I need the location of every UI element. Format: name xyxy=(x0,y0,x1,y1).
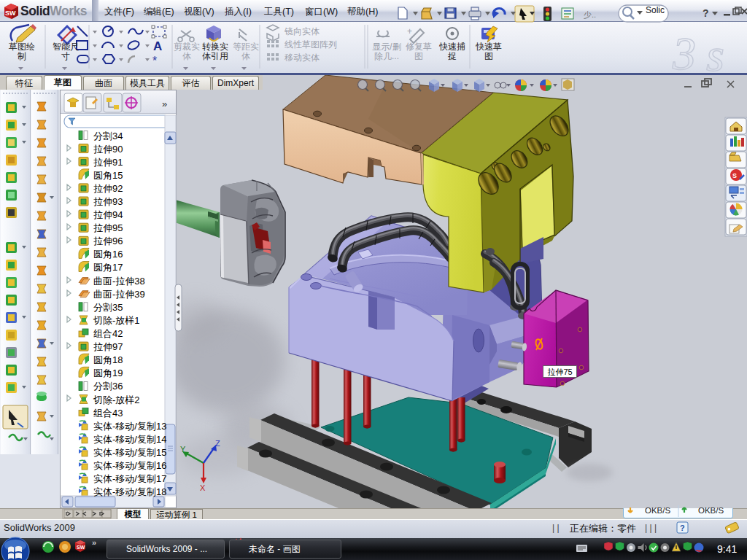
svg-text:»: » xyxy=(92,538,96,547)
svg-text:s: s xyxy=(706,29,724,81)
svg-text:?: ? xyxy=(703,7,709,19)
svg-text:»: » xyxy=(162,98,167,109)
svg-text:+: + xyxy=(407,26,412,36)
svg-text:SW: SW xyxy=(112,545,120,550)
svg-text:A: A xyxy=(153,39,162,53)
svg-text:S: S xyxy=(732,172,737,179)
svg-text:少..: 少.. xyxy=(584,10,596,19)
svg-text:X: X xyxy=(200,483,206,492)
svg-text:SW: SW xyxy=(77,545,85,550)
svg-text:Z: Z xyxy=(215,439,220,448)
svg-text:SW: SW xyxy=(5,9,16,17)
svg-text:?: ? xyxy=(680,524,685,532)
svg-text:Y: Y xyxy=(180,445,186,454)
svg-text:*: * xyxy=(152,55,157,67)
svg-text:3: 3 xyxy=(672,28,696,79)
